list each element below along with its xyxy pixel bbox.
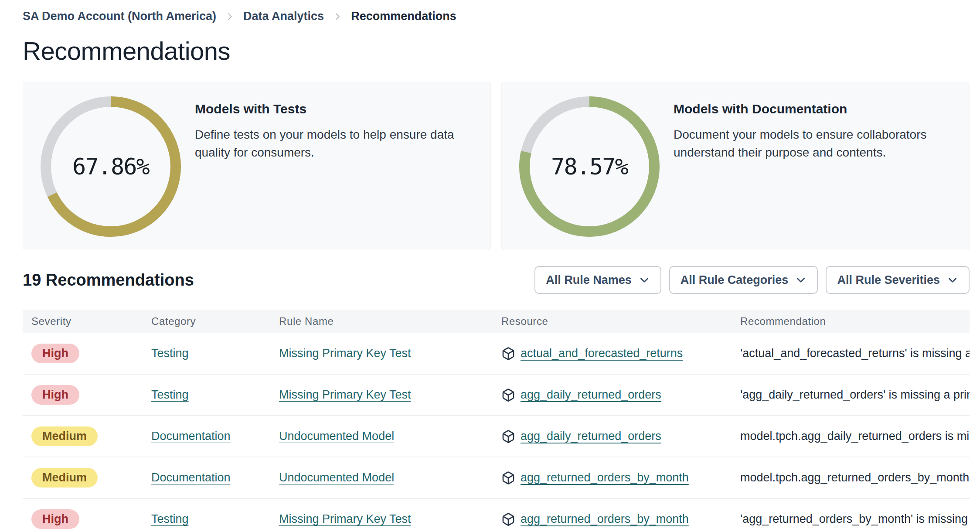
- column-header-category: Category: [151, 315, 279, 327]
- card-models-with-documentation: 78.57% Models with Documentation Documen…: [501, 82, 970, 250]
- tests-percent-value: 67.86%: [41, 96, 181, 237]
- category-link[interactable]: Testing: [151, 388, 189, 401]
- recommendation-text: 'agg_daily_returned_orders' is missing a…: [740, 388, 970, 402]
- table-row: Medium Documentation Undocumented Model …: [23, 416, 970, 457]
- category-link[interactable]: Testing: [151, 347, 189, 360]
- recommendation-text: 'agg_returned_orders_by_month' is missin…: [740, 512, 970, 526]
- tests-donut-chart: 67.86%: [41, 96, 181, 237]
- recommendation-text: 'actual_and_forecasted_returns' is missi…: [740, 347, 970, 360]
- model-cube-icon: [501, 430, 515, 443]
- category-link[interactable]: Testing: [151, 512, 189, 525]
- table-row: High Testing Missing Primary Key Test ac…: [23, 333, 970, 375]
- chevron-down-icon: [795, 274, 806, 286]
- table-row: High Testing Missing Primary Key Test ag…: [23, 375, 970, 416]
- chevron-right-icon: [225, 12, 235, 21]
- card-description: Document your models to ensure collabora…: [674, 126, 952, 161]
- resource-link[interactable]: agg_returned_orders_by_month: [521, 512, 689, 526]
- table-row: Medium Documentation Undocumented Model …: [23, 457, 970, 499]
- resource-link[interactable]: agg_daily_returned_orders: [521, 430, 661, 443]
- recommendation-text: model.tpch.agg_daily_returned_orders is …: [740, 430, 970, 443]
- card-title: Models with Tests: [195, 102, 473, 116]
- model-cube-icon: [501, 471, 515, 485]
- severity-badge: High: [31, 509, 79, 529]
- recommendation-text: model.tpch.agg_returned_orders_by_month …: [740, 471, 970, 484]
- table-header: Severity Category Rule Name Resource Rec…: [23, 310, 970, 333]
- breadcrumb-account-link[interactable]: SA Demo Account (North America): [23, 10, 216, 23]
- column-header-rule-name: Rule Name: [279, 315, 501, 327]
- column-header-resource: Resource: [501, 315, 740, 327]
- rule-severities-filter[interactable]: All Rule Severities: [826, 266, 970, 294]
- card-description: Define tests on your models to help ensu…: [195, 126, 473, 161]
- column-header-recommendation: Recommendation: [740, 315, 970, 327]
- docs-percent-value: 78.57%: [519, 96, 660, 237]
- severity-badge: High: [31, 344, 79, 363]
- severity-badge: Medium: [31, 468, 98, 488]
- rule-names-filter-label: All Rule Names: [546, 273, 632, 287]
- recommendations-page: SA Demo Account (North America) Data Ana…: [0, 0, 980, 532]
- model-cube-icon: [501, 512, 515, 526]
- rule-name-link[interactable]: Missing Primary Key Test: [279, 388, 411, 401]
- breadcrumb-project-link[interactable]: Data Analytics: [243, 10, 324, 23]
- table-row: High Testing Missing Primary Key Test ag…: [23, 499, 970, 532]
- category-link[interactable]: Documentation: [151, 430, 231, 443]
- rule-names-filter[interactable]: All Rule Names: [534, 266, 661, 294]
- model-cube-icon: [501, 347, 515, 361]
- rule-name-link[interactable]: Missing Primary Key Test: [279, 347, 411, 360]
- docs-donut-chart: 78.57%: [519, 96, 660, 237]
- filter-group: All Rule Names All Rule Categories All R…: [534, 266, 970, 294]
- rule-name-link[interactable]: Undocumented Model: [279, 430, 394, 443]
- rule-severities-filter-label: All Rule Severities: [837, 273, 940, 287]
- chevron-down-icon: [947, 274, 958, 286]
- breadcrumb-current: Recommendations: [351, 10, 456, 23]
- resource-link[interactable]: actual_and_forecasted_returns: [521, 347, 683, 360]
- rule-name-link[interactable]: Missing Primary Key Test: [279, 512, 411, 525]
- page-title: Recommendations: [23, 36, 970, 65]
- card-models-with-tests: 67.86% Models with Tests Define tests on…: [23, 82, 491, 250]
- column-header-severity: Severity: [31, 315, 151, 327]
- recommendations-toolbar: 19 Recommendations All Rule Names All Ru…: [23, 266, 970, 294]
- table-body: High Testing Missing Primary Key Test ac…: [23, 333, 970, 532]
- rule-name-link[interactable]: Undocumented Model: [279, 471, 394, 484]
- severity-badge: Medium: [31, 426, 98, 446]
- breadcrumb: SA Demo Account (North America) Data Ana…: [23, 10, 970, 23]
- chevron-right-icon: [333, 12, 342, 21]
- rule-categories-filter[interactable]: All Rule Categories: [669, 266, 818, 294]
- severity-badge: High: [31, 385, 79, 405]
- chevron-down-icon: [639, 274, 650, 286]
- recommendations-table: Severity Category Rule Name Resource Rec…: [23, 310, 970, 532]
- card-title: Models with Documentation: [674, 102, 952, 116]
- resource-link[interactable]: agg_daily_returned_orders: [521, 388, 661, 402]
- resource-link[interactable]: agg_returned_orders_by_month: [521, 471, 689, 484]
- recommendations-count: 19 Recommendations: [23, 271, 194, 290]
- model-cube-icon: [501, 388, 515, 402]
- summary-cards: 67.86% Models with Tests Define tests on…: [23, 82, 970, 250]
- category-link[interactable]: Documentation: [151, 471, 231, 484]
- rule-categories-filter-label: All Rule Categories: [681, 273, 789, 287]
